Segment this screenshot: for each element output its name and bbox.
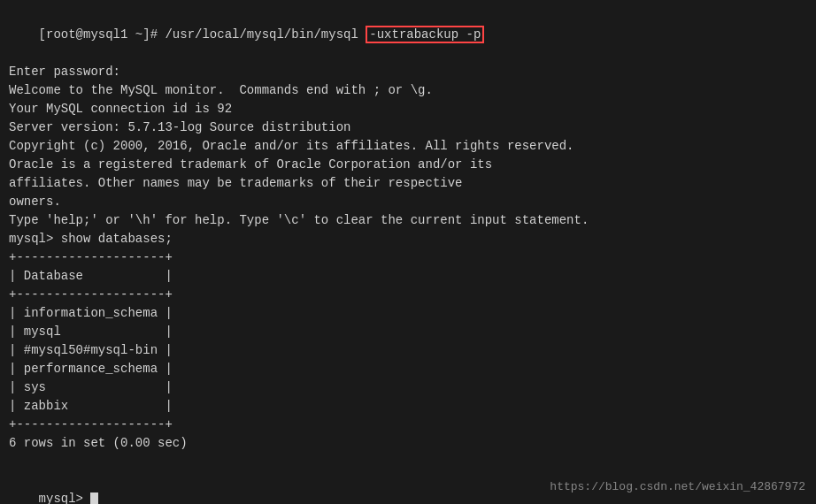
- table-row: | sys |: [9, 378, 807, 397]
- table-row: | information_schema |: [9, 304, 807, 323]
- watermark: https://blog.csdn.net/weixin_42867972: [550, 480, 805, 493]
- output-line: Type 'help;' or '\h' for help. Type '\c'…: [9, 211, 807, 230]
- output-line: Enter password:: [9, 63, 807, 81]
- table-row: | mysql |: [9, 323, 807, 341]
- prompt-text: [root@mysql1 ~]# /usr/local/mysql/bin/my…: [39, 27, 366, 42]
- table-row: | zabbix |: [9, 397, 807, 416]
- command-line: [root@mysql1 ~]# /usr/local/mysql/bin/my…: [9, 7, 807, 63]
- terminal: [root@mysql1 ~]# /usr/local/mysql/bin/my…: [0, 0, 816, 504]
- output-line: Your MySQL connection id is 92: [9, 100, 807, 118]
- table-border: +--------------------+: [9, 286, 807, 304]
- table-border: +--------------------+: [9, 248, 807, 267]
- cursor: [90, 493, 98, 504]
- output-line: Copyright (c) 2000, 2016, Oracle and/or …: [9, 137, 807, 156]
- table-row: | performance_schema |: [9, 360, 807, 378]
- mysql-command: mysql> show databases;: [9, 230, 807, 248]
- output-line: affiliates. Other names may be trademark…: [9, 174, 807, 193]
- table-header: | Database |: [9, 267, 807, 286]
- output-line: Welcome to the MySQL monitor. Commands e…: [9, 81, 807, 100]
- output-line: Oracle is a registered trademark of Orac…: [9, 156, 807, 174]
- output-line: owners.: [9, 193, 807, 211]
- table-row: | #mysql50#mysql-bin |: [9, 341, 807, 360]
- output-line: Server version: 5.7.13-log Source distri…: [9, 118, 807, 137]
- highlighted-command: -uxtrabackup -p: [366, 26, 484, 43]
- table-border: +--------------------+: [9, 416, 807, 434]
- row-count: 6 rows in set (0.00 sec): [9, 434, 807, 453]
- mysql-prompt: mysql>: [39, 492, 91, 504]
- blank-line: [9, 453, 807, 471]
